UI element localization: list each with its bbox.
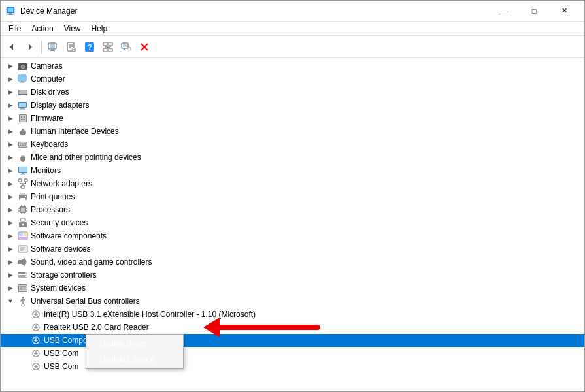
expand-sw-devices[interactable]: ▶ [6,244,15,253]
display-adapters-icon [18,100,28,110]
svg-rect-102 [19,237,27,239]
tree-item-firmware[interactable]: ▶ Firmware [1,112,584,125]
properties-button[interactable]: ? [63,39,80,56]
expand-system[interactable]: ▶ [6,284,15,293]
svg-rect-116 [20,286,26,287]
expand-computer[interactable]: ▶ [6,74,15,84]
tree-item-monitors[interactable]: ▶ Monitors [1,164,584,177]
svg-rect-7 [50,44,55,48]
svg-rect-40 [21,81,24,82]
expand-disk-drives[interactable]: ▶ [6,88,15,97]
expand-hid[interactable]: ▶ [6,127,15,136]
tree-item-sw-devices[interactable]: ▶ Software devices [1,242,584,255]
svg-rect-118 [23,287,26,289]
svg-rect-87 [21,208,25,212]
svg-rect-85 [25,196,26,197]
expand-sound[interactable]: ▶ [6,257,15,267]
expand-processors[interactable]: ▶ [6,205,15,214]
svg-rect-9 [50,50,55,51]
svg-rect-21 [109,48,112,52]
back-button[interactable] [3,39,20,56]
expand-cameras[interactable]: ▶ [6,61,15,71]
network-label: Network adapters [31,179,92,188]
keyboards-label: Keyboards [31,140,68,149]
usb-device-icon [31,309,41,319]
app-icon [6,6,16,16]
tree-item-keyboards[interactable]: ▶ Keyboards [1,138,584,151]
svg-rect-37 [21,63,24,64]
expand-network[interactable]: ▶ [6,179,15,188]
tree-item-sw-components[interactable]: ▶ Software components [1,229,584,242]
keyboards-icon [18,139,28,150]
help-button[interactable]: ? [81,39,98,56]
tree-item-security[interactable]: ▶ Security devices [1,216,584,229]
svg-rect-83 [20,193,25,195]
svg-rect-3 [8,14,13,15]
tree-item-network[interactable]: ▶ Network adapters [1,177,584,190]
disk-drives-label: Disk drives [31,88,69,97]
svg-rect-96 [20,218,25,221]
svg-rect-49 [20,109,25,110]
menu-action[interactable]: Action [26,22,58,36]
tree-item-print-queues[interactable]: ▶ Print queues [1,190,584,203]
expand-keyboards[interactable]: ▶ [6,140,15,149]
svg-rect-51 [20,115,26,122]
context-uninstall-device[interactable]: Uninstall device [86,351,183,367]
expand-print-queues[interactable]: ▶ [6,192,15,201]
tree-item-mice[interactable]: ▶ Mice and other pointing devices [1,151,584,164]
expand-firmware[interactable]: ▶ [6,114,15,123]
expand-usb[interactable]: ▼ [6,297,15,306]
expand-security[interactable]: ▶ [6,218,15,227]
usb-com1-label: USB Com [44,349,78,358]
device-tree-content[interactable]: ▶ Cameras ▶ Computer ▶ Disk d [1,58,584,391]
expand-sw-components[interactable]: ▶ [6,231,15,240]
minimize-button[interactable]: — [489,1,519,22]
expand-storage[interactable]: ▶ [6,270,15,280]
maximize-button[interactable]: □ [519,1,549,22]
menu-view[interactable]: View [59,22,86,36]
hid-label: Human Interface Devices [31,127,119,136]
svg-rect-56 [22,129,24,131]
sound-label: Sound, video and game controllers [31,257,152,267]
remove-device-button[interactable] [136,39,153,56]
show-computer-button[interactable] [44,39,61,56]
window-controls: — □ ✕ [489,1,579,22]
mice-icon [18,152,28,163]
tree-item-hid[interactable]: ▶ Human Interface Devices [1,125,584,138]
svg-rect-20 [103,48,107,52]
close-button[interactable]: ✕ [549,1,579,22]
svg-rect-66 [22,145,24,146]
print-queues-icon [18,191,28,202]
menu-file[interactable]: File [3,22,26,36]
tree-item-computer[interactable]: ▶ Computer [1,73,584,86]
context-update-driver[interactable]: Update driver [86,336,183,351]
network-view-button[interactable] [99,39,116,56]
svg-rect-72 [19,167,27,172]
scan-button[interactable] [118,39,135,56]
menu-help[interactable]: Help [86,22,113,36]
computer-label: Computer [31,74,65,84]
tree-item-storage[interactable]: ▶ Storage controllers [1,269,584,282]
svg-rect-63 [24,143,25,144]
tree-item-sound[interactable]: ▶ Sound, video and game controllers [1,255,584,269]
usb-realtek-label: Realtek USB 2.0 Card Reader [44,323,149,332]
tree-item-usb[interactable]: ▼ Universal Serial Bus controllers [1,295,584,308]
forward-button[interactable] [22,39,39,56]
tree-item-display-adapters[interactable]: ▶ Display adapters [1,99,584,112]
svg-marker-143 [203,318,220,337]
usb-icon [18,296,28,306]
usb-com2-label: USB Com [44,362,78,371]
svg-rect-84 [20,198,25,201]
tree-item-disk-drives[interactable]: ▶ Disk drives [1,86,584,99]
svg-rect-77 [21,186,25,188]
expand-display-adapters[interactable]: ▶ [6,101,15,110]
svg-rect-43 [19,90,27,95]
sw-components-label: Software components [31,231,107,240]
tree-item-cameras[interactable]: ▶ Cameras [1,59,584,73]
svg-rect-1 [8,8,13,12]
tree-item-system[interactable]: ▶ System devices [1,282,584,295]
svg-rect-120 [22,297,24,298]
expand-monitors[interactable]: ▶ [6,166,15,175]
tree-item-processors[interactable]: ▶ Processors [1,203,584,216]
expand-mice[interactable]: ▶ [6,153,15,162]
